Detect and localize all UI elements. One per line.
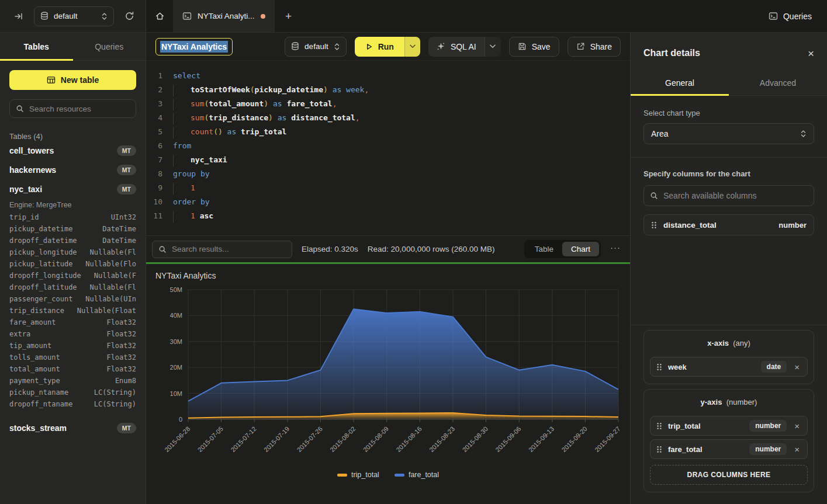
app-window: default NYTaxi Analyti... + [0, 0, 827, 504]
svg-text:2015-07-19: 2015-07-19 [262, 425, 290, 453]
svg-text:2015-09-13: 2015-09-13 [527, 425, 555, 453]
svg-text:2015-08-09: 2015-08-09 [362, 425, 390, 453]
table-name: stocks_stream [9, 423, 67, 433]
legend-item-trip_total[interactable]: trip_total [337, 471, 379, 479]
drop-zone[interactable]: DRAG COLUMNS HERE [650, 465, 808, 485]
chevron-down-icon [490, 44, 496, 48]
run-button[interactable]: Run [355, 37, 404, 57]
console-icon [769, 12, 778, 20]
table-name: nyc_taxi [9, 185, 42, 194]
sidebar-tabs: Tables Queries [0, 33, 146, 61]
tab-advanced[interactable]: Advanced [729, 70, 827, 95]
remove-column-icon[interactable]: × [793, 444, 801, 454]
home-button[interactable] [146, 0, 173, 32]
chart-type-select[interactable]: Area [643, 123, 814, 144]
legend-label: fare_total [409, 471, 439, 479]
code-line-4: 4sum(trip_distance) as distance_total, [146, 111, 630, 125]
sidebar-collapse-icon[interactable] [11, 8, 27, 25]
save-button[interactable]: Save [509, 37, 559, 57]
code-line-6: 6from [146, 139, 630, 153]
code-line-9: 91 [146, 181, 630, 195]
refresh-icon[interactable] [121, 8, 137, 25]
legend-item-fare_total[interactable]: fare_total [395, 471, 439, 479]
column-chip-week[interactable]: weekdate× [650, 357, 808, 377]
share-button-label: Share [590, 42, 612, 51]
columns-search-input[interactable]: Search available columns [643, 185, 814, 206]
sql-ai-button[interactable]: SQL AI [428, 37, 485, 57]
table-item-hackernews[interactable]: hackernewsMT [9, 160, 136, 179]
table-name: cell_towers [9, 146, 54, 155]
table-item-nyc_taxi[interactable]: nyc_taxiMT [9, 179, 136, 199]
chip-type-label: number [778, 221, 807, 230]
column-chip-trip_total[interactable]: trip_totalnumber× [650, 416, 808, 436]
more-options-button[interactable]: ··· [610, 242, 624, 256]
column-row-tolls_amount: tolls_amountFloat32 [9, 352, 136, 363]
resources-search-input[interactable]: Search resources [9, 99, 136, 118]
run-button-group: Run [355, 37, 420, 57]
svg-text:2015-06-28: 2015-06-28 [163, 425, 191, 453]
share-button[interactable]: Share [568, 37, 621, 57]
x-axis-card: x-axis (any) weekdate× [643, 330, 814, 384]
y-axis-title: y-axis (number) [650, 395, 808, 412]
column-row-pickup_ntaname: pickup_ntanameLC(String) [9, 387, 136, 398]
column-chip-fare_total[interactable]: fare_totalnumber× [650, 439, 808, 459]
results-search-input[interactable]: Search results... [152, 241, 292, 258]
remove-column-icon[interactable]: × [793, 421, 801, 431]
query-tab[interactable]: NYTaxi Analyti... [173, 0, 275, 32]
view-toggle-chart[interactable]: Chart [562, 242, 599, 256]
code-text: nyc_taxi [173, 153, 227, 167]
legend-label: trip_total [351, 471, 379, 479]
table-item-stocks_stream[interactable]: stocks_streamMT [9, 418, 136, 437]
run-options-button[interactable] [404, 37, 420, 57]
sidebar: Tables Queries New table Search resource… [0, 33, 146, 504]
console-icon [182, 12, 192, 20]
column-name: tip_amount [9, 342, 51, 350]
column-row-payment_type: payment_typeEnum8 [9, 375, 136, 387]
chevron-updown-icon [101, 12, 108, 20]
query-header: NYTaxi Analytics default Run [146, 33, 630, 61]
line-number: 7 [146, 153, 173, 167]
column-name: trip_distance [9, 307, 64, 315]
view-toggle-table[interactable]: Table [526, 242, 562, 256]
query-database-selector[interactable]: default [285, 37, 347, 57]
query-title-input[interactable]: NYTaxi Analytics [155, 38, 233, 55]
column-row-total_amount: total_amountFloat32 [9, 363, 136, 375]
code-text: sum(trip_distance) as distance_total, [173, 111, 360, 125]
sql-ai-button-group: SQL AI [428, 37, 501, 57]
code-text: sum(total_amount) as fare_total, [173, 97, 337, 111]
new-tab-button[interactable]: + [275, 0, 303, 32]
code-lines: 1select2toStartOfWeek(pickup_datetime) a… [146, 69, 630, 223]
new-table-button[interactable]: New table [9, 70, 136, 90]
drag-handle-icon [651, 221, 657, 229]
legend-swatch-fare_total [395, 474, 404, 477]
home-icon [155, 11, 165, 21]
queries-button[interactable]: Queries [769, 12, 812, 21]
line-number: 3 [146, 97, 173, 111]
close-icon[interactable]: × [808, 48, 814, 59]
database-selector[interactable]: default [34, 6, 114, 26]
column-name: pickup_longitude [9, 248, 77, 256]
tab-queries[interactable]: Queries [73, 33, 146, 60]
column-chip-distance_total[interactable]: distance_totalnumber [643, 214, 814, 235]
column-type: DateTime [102, 237, 136, 245]
chart-type-label: Select chart type [643, 109, 814, 117]
column-name: dropoff_datetime [9, 237, 77, 245]
chip-type-badge: date [761, 361, 787, 373]
search-icon [158, 245, 167, 253]
column-name: trip_id [9, 213, 39, 221]
tab-tables[interactable]: Tables [0, 33, 73, 60]
area-chart[interactable]: 010M20M30M40M50M2015-06-282015-07-052015… [154, 284, 622, 470]
code-line-1: 1select [146, 69, 630, 83]
y-axis-chips: trip_totalnumber×fare_totalnumber× [650, 416, 808, 459]
table-item-cell_towers[interactable]: cell_towersMT [9, 141, 136, 160]
axis-config-area: x-axis (any) weekdate× y-axis (number) t… [643, 312, 814, 492]
tab-general[interactable]: General [631, 70, 729, 95]
results-search-placeholder: Search results... [172, 245, 229, 253]
remove-column-icon[interactable]: × [793, 362, 801, 372]
sql-editor[interactable]: 1select2toStartOfWeek(pickup_datetime) a… [146, 61, 630, 235]
legend-swatch-trip_total [337, 474, 347, 477]
divider [631, 157, 827, 158]
chart-svg: 010M20M30M40M50M2015-06-282015-07-052015… [154, 284, 622, 470]
sql-ai-options-button[interactable] [485, 37, 501, 57]
column-row-trip_id: trip_idUInt32 [9, 211, 136, 223]
